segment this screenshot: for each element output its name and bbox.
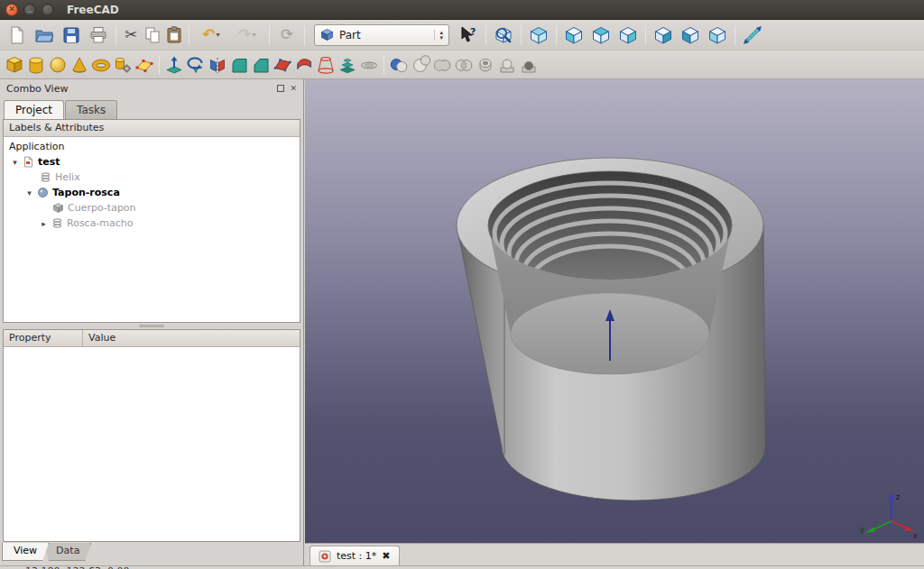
paste-button[interactable]	[163, 23, 185, 48]
freecad-logo-icon	[319, 550, 331, 563]
workbench-selected-label: Part	[339, 29, 429, 41]
tab-project[interactable]: Project	[4, 100, 64, 120]
value-column-header[interactable]: Value	[83, 330, 300, 346]
tree-item-helix[interactable]: Helix	[4, 170, 300, 185]
extrude-button[interactable]	[163, 52, 185, 78]
new-document-button[interactable]	[4, 23, 31, 48]
open-folder-icon	[33, 24, 55, 46]
print-button[interactable]	[85, 23, 112, 48]
axis-triad: z y x	[857, 485, 920, 539]
tree-root-label: Application	[9, 141, 64, 152]
undo-button[interactable]: ↶▾	[193, 23, 229, 48]
3d-canvas[interactable]: z y x	[305, 79, 924, 543]
sphere-button[interactable]	[47, 52, 69, 78]
join-embed-icon	[497, 55, 517, 75]
bottom-view-icon	[679, 24, 701, 46]
join-embed-button[interactable]	[496, 52, 518, 78]
loft-icon	[316, 55, 336, 75]
join-cutout-icon	[519, 55, 539, 75]
y-axis-label: y	[860, 526, 864, 534]
expander-right-icon[interactable]: ▸	[40, 219, 48, 228]
mirror-icon	[208, 55, 227, 75]
ruled-surface-button[interactable]	[293, 52, 315, 78]
axonometric-view-button[interactable]	[525, 23, 552, 48]
tree-item-cuerpo-tapon[interactable]: Cuerpo-tapon	[4, 200, 300, 216]
combo-spinner-icon[interactable]: ▴▾	[434, 30, 443, 41]
expander-down-icon[interactable]: ▾	[25, 188, 33, 197]
rear-view-icon	[652, 24, 674, 46]
redo-icon: ↷	[238, 27, 251, 42]
main-area: Combo View ✕ Project Tasks Labels & Attr…	[0, 79, 924, 565]
boolean-union-button[interactable]	[431, 52, 453, 78]
refresh-button[interactable]: ⟳	[273, 23, 300, 48]
property-table-body[interactable]	[4, 347, 300, 541]
save-document-button[interactable]	[58, 23, 85, 48]
top-view-icon	[590, 24, 612, 46]
cross-sections-button[interactable]	[358, 52, 380, 78]
threaded-cap-model[interactable]	[305, 79, 924, 543]
3d-viewport: z y x test : 1* ✖	[305, 79, 924, 565]
tree-root[interactable]: Application	[4, 139, 300, 154]
panel-splitter[interactable]	[0, 323, 303, 329]
join-connect-button[interactable]	[475, 52, 496, 78]
join-cutout-button[interactable]	[518, 52, 540, 78]
maximize-window-button[interactable]: ▢	[42, 4, 54, 16]
shape-builder-button[interactable]	[134, 52, 155, 78]
front-view-button[interactable]	[560, 23, 587, 48]
document-tab-bar: test : 1* ✖	[305, 543, 924, 565]
torus-button[interactable]	[90, 52, 112, 78]
join-connect-icon	[476, 55, 495, 75]
expander-down-icon[interactable]: ▾	[11, 158, 19, 167]
measure-linear-button[interactable]	[739, 23, 766, 48]
copy-button[interactable]	[142, 23, 163, 48]
close-document-icon[interactable]: ✖	[382, 550, 390, 562]
rear-view-button[interactable]	[650, 23, 677, 48]
create-primitives-button[interactable]	[112, 52, 134, 78]
cut-button[interactable]: ✂	[120, 23, 142, 48]
tree-item-test[interactable]: ▾ test	[4, 154, 300, 170]
redo-dropdown-icon[interactable]: ▾	[253, 31, 256, 39]
mirror-button[interactable]	[207, 52, 228, 78]
tab-tasks[interactable]: Tasks	[65, 100, 117, 119]
whats-this-button[interactable]: ?	[455, 23, 482, 48]
undo-dropdown-icon[interactable]: ▾	[217, 31, 220, 39]
sweep-button[interactable]	[337, 52, 358, 78]
chamfer-button[interactable]	[250, 52, 272, 78]
tab-data[interactable]: Data	[44, 543, 91, 561]
float-panel-icon[interactable]	[277, 85, 284, 92]
loft-button[interactable]	[315, 52, 337, 78]
revolve-button[interactable]	[185, 52, 207, 78]
sphere-shape-icon	[37, 187, 49, 198]
make-face-button[interactable]	[272, 52, 293, 78]
boolean-button[interactable]	[388, 52, 410, 78]
window-title: FreeCAD	[67, 4, 119, 16]
property-view-tabs: View Data	[0, 542, 303, 565]
close-window-button[interactable]: ✕	[5, 4, 18, 16]
tab-view[interactable]: View	[2, 543, 49, 561]
box-button[interactable]	[4, 52, 25, 78]
left-view-button[interactable]	[704, 23, 731, 48]
boolean-cut-button[interactable]	[410, 52, 431, 78]
cone-button[interactable]	[69, 52, 90, 78]
document-tab[interactable]: test : 1* ✖	[310, 546, 400, 565]
boolean-intersection-button[interactable]	[453, 52, 475, 78]
close-panel-icon[interactable]: ✕	[290, 85, 297, 93]
bottom-view-button[interactable]	[677, 23, 704, 48]
workbench-selector[interactable]: Part ▴▾	[314, 24, 449, 46]
cylinder-button[interactable]	[25, 52, 47, 78]
tree-item-tapon-rosca[interactable]: ▾ Tapon-rosca	[4, 185, 300, 200]
top-view-button[interactable]	[587, 23, 614, 48]
redo-button[interactable]: ↷▾	[229, 23, 265, 48]
property-column-header[interactable]: Property	[4, 330, 83, 346]
make-face-icon	[273, 55, 292, 75]
tree-item-rosca-macho[interactable]: ▸ Rosca-macho	[4, 216, 300, 231]
fillet-button[interactable]	[228, 52, 250, 78]
tree-item-label: test	[38, 156, 60, 168]
fit-all-button[interactable]	[490, 23, 517, 48]
open-document-button[interactable]	[31, 23, 58, 48]
minimize-window-button[interactable]: ▁	[23, 4, 36, 16]
maximize-icon: ▢	[45, 6, 51, 13]
toolbar-separator	[269, 25, 270, 45]
model-tree-frame: Labels & Attributes Application ▾ test H…	[3, 119, 300, 323]
right-view-button[interactable]	[614, 23, 642, 48]
